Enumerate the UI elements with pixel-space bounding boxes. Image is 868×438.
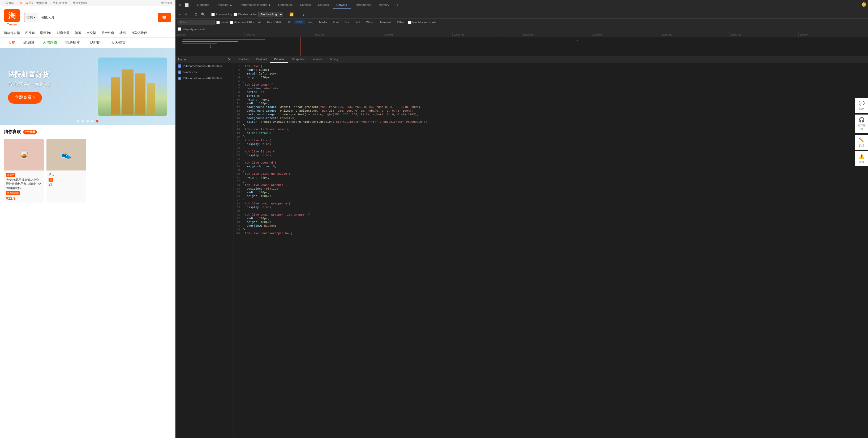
nav-tianmao[interactable]: 天猫 [4,38,20,48]
nav-link-bedding[interactable]: 四件套 [25,31,35,35]
nav-link-skirt[interactable]: 半身裙 [87,31,96,35]
disable-cache-input[interactable] [234,13,237,16]
banner: 法院处置好货 放心来买一元起拍 立即查看 > [0,48,175,125]
download-icon-button[interactable]: ↓ [302,12,306,17]
timeline-dot-1 [210,45,211,46]
tab-sources[interactable]: Sources [315,1,333,9]
product-item-2[interactable]: 👟 子... 送 ¥1 [46,139,86,203]
disable-cache-checkbox[interactable]: Disable cache [234,13,256,16]
dot-5[interactable] [96,120,98,123]
login-link[interactable]: 亲，请登录 [20,1,34,5]
filter-other[interactable]: Other [395,20,407,24]
wifi-icon-button[interactable]: 📶 [288,12,294,17]
third-party-checkbox[interactable]: 3rd-party requests [178,27,866,31]
css-line-27: 27 .tbh-live .com-hd { [234,161,868,165]
filter-font[interactable]: Font [331,20,341,24]
record-button[interactable]: ● [178,12,182,17]
dot-2[interactable] [82,120,84,123]
nav-link-tshirt[interactable]: 潮流T恤 [40,31,52,35]
details-tab-initiator[interactable]: Initiator [309,56,326,63]
taobao-logo[interactable]: 淘 Taobao [4,9,20,26]
tick-2000: 2000 ms [176,32,245,37]
tab-elements[interactable]: Elements [193,1,213,9]
my-taobao-link[interactable]: 我的淘宝 [161,1,173,4]
product-grid: 🥃 家装季 少女ins风不规则酒杯小众设计玻璃杯子复古咖啡牛奶透明褶皱杯 每20… [0,136,175,205]
details-tab-headers[interactable]: Headers [234,56,252,63]
filter-doc[interactable]: Doc [342,20,352,24]
cursor-icon[interactable]: ↖ [178,2,183,8]
nav-juhuasuan[interactable]: 聚划算 [20,38,38,48]
building-1 [111,77,120,114]
close-file-list-icon[interactable]: ✕ [228,57,231,62]
tab-performance-insights[interactable]: Performance insights ▲ [236,1,275,9]
filter-wasm[interactable]: Wasm [364,20,376,24]
tab-network[interactable]: Network [333,1,351,9]
nav-link-dress[interactable]: 新款连衣裙 [4,31,20,35]
has-blocked-input[interactable] [408,21,411,24]
search-button[interactable]: 搜 [158,13,171,22]
third-party-input[interactable] [178,27,181,31]
details-tab-preview[interactable]: Preview [270,56,288,63]
has-blocked-checkbox[interactable]: Has blocked cooki [408,21,436,24]
nav-deals[interactable]: 天天特卖 [107,38,130,48]
register-link[interactable]: 免费注册 [36,1,48,5]
details-tab-timing[interactable]: Timing [326,56,342,63]
tab-more[interactable]: » [393,1,402,9]
details-tab-payload[interactable]: Payload [252,56,271,63]
filter-js[interactable]: JS [285,20,293,24]
preserve-log-checkbox[interactable]: Preserve log [211,13,232,16]
nav-link-shorts[interactable]: 短裤 [75,31,81,35]
filter-fetch-xhr[interactable]: Fetch/XHR [265,20,283,24]
filter-img[interactable]: Img [306,20,315,24]
product-item-1[interactable]: 🥃 家装季 少女ins风不规则酒杯小众设计玻璃杯子复古咖啡牛奶透明褶皱杯 每20… [4,139,44,203]
devtools-panel: ↖ ⬜ Elements Recorder ▲ Performance insi… [175,0,868,438]
filter-icon-button[interactable]: ⧗ [194,12,198,17]
invert-input[interactable] [216,21,220,24]
tab-performance[interactable]: Performance [351,1,375,9]
css-line-37: 37 } [234,198,868,202]
filter-ws[interactable]: WS [353,20,363,24]
filter-all[interactable]: All [256,20,263,24]
nav-auction[interactable]: 司法拍卖 [61,38,84,48]
nav-link-shoes[interactable]: 时尚女鞋 [57,31,69,35]
details-tab-response[interactable]: Response [288,56,309,63]
nav-link-coat[interactable]: 男士外套 [101,31,114,35]
filter-media[interactable]: Media [317,20,329,24]
upload-icon-button[interactable]: ↑ [296,12,300,17]
nav-link-wallpaper[interactable]: 墙纸 [119,31,126,35]
file-item-3[interactable]: ??tbhome/taobao-2021/0.34/li... [176,75,234,81]
tab-recorder[interactable]: Recorder ▲ [213,1,236,9]
file-item-1[interactable]: ??tbhome/taobao-2021/0.34/li... [176,63,234,69]
search-category-select[interactable]: 宝贝 ▾ [24,13,38,22]
tab-console[interactable]: Console [296,1,314,9]
clear-button[interactable]: ⊘ [184,12,189,17]
device-icon[interactable]: ⬜ [184,2,189,8]
css-line-44: 44 overflow: hidden; [234,224,868,228]
filter-input[interactable] [178,20,215,25]
banner-cta-button[interactable]: 立即查看 > [8,92,42,104]
search-icon-button[interactable]: 🔍 [200,12,206,17]
tick-6000: 6000 ms [314,32,383,37]
tab-lighthouse[interactable]: Lighthouse [275,1,296,9]
no-barrier-link[interactable]: 网页无障碍 [72,1,87,5]
nav-link-dashcam[interactable]: 行车记录仪 [131,31,147,35]
search-input[interactable] [38,15,158,20]
hide-data-urls-input[interactable] [229,21,233,24]
file-item-2[interactable]: bundle.css [176,69,234,75]
preserve-log-input[interactable] [211,13,215,16]
region-selector[interactable]: 中国大陆 [3,1,14,5]
dot-3[interactable] [86,120,89,123]
nav-travel[interactable]: 飞猪旅行 [84,38,107,48]
dot-4[interactable] [91,120,94,123]
filter-css[interactable]: CSS [294,20,305,24]
tab-memory[interactable]: Memory [375,1,393,9]
dot-1[interactable] [77,120,80,123]
css-line-25: 25 display: block; [234,154,868,157]
filter-manifest[interactable]: Manifest [378,20,393,24]
topbar-sep: | [17,2,17,5]
mobile-link[interactable]: 手机逛淘宝 [53,1,67,5]
throttling-select[interactable]: No throttling Slow 3G Fast 3G [258,12,283,17]
hide-data-urls-checkbox[interactable]: Hide data URLs [229,21,254,24]
nav-supermarket[interactable]: 天猫超市 [38,38,61,48]
invert-checkbox[interactable]: Invert [216,21,228,24]
